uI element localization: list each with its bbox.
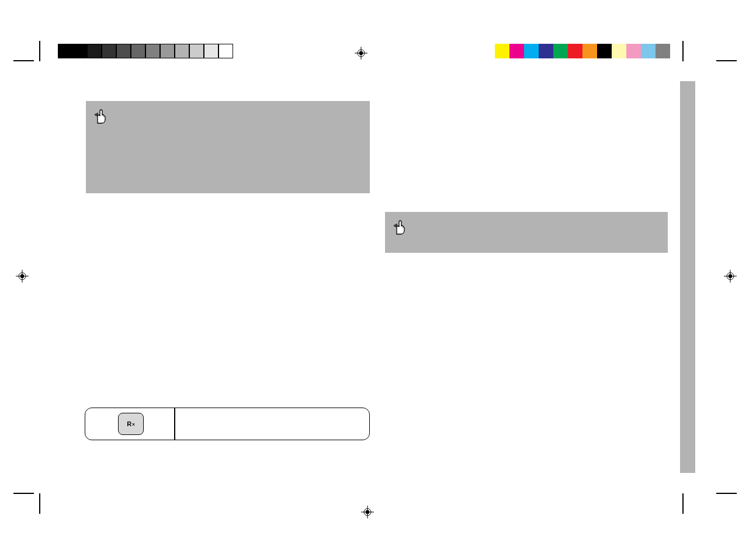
swatch-color-2 <box>524 44 539 58</box>
swatch-color-10 <box>641 44 656 58</box>
swatch-gray-8 <box>175 44 189 58</box>
swatch-color-6 <box>582 44 597 58</box>
pointing-hand-icon <box>94 108 107 124</box>
crop-mark <box>682 41 684 61</box>
crop-mark <box>39 493 40 514</box>
crop-mark <box>13 60 34 61</box>
registration-mark-icon <box>361 506 374 518</box>
divider <box>174 408 175 440</box>
swatch-color-0 <box>495 44 509 58</box>
swatch-color-4 <box>553 44 568 58</box>
instruction-key-row: Rx <box>85 408 370 440</box>
registration-mark-icon <box>355 47 367 60</box>
swatch-gray-3 <box>102 44 116 58</box>
note-box <box>385 212 668 253</box>
swatch-gray-2 <box>87 44 102 58</box>
swatch-gray-4 <box>116 44 131 58</box>
swatch-gray-10 <box>204 44 219 58</box>
swatch-gray-1 <box>72 44 87 58</box>
crop-mark <box>39 41 40 61</box>
color-calibration-strip <box>495 44 670 58</box>
crop-mark <box>716 60 737 61</box>
key-label-main: R <box>127 420 131 427</box>
registration-mark-icon <box>16 270 29 283</box>
crop-mark <box>716 493 737 494</box>
swatch-gray-11 <box>219 44 233 58</box>
page-edge-tab <box>680 81 695 473</box>
swatch-color-9 <box>626 44 641 58</box>
key-label-sub: x <box>132 422 134 427</box>
swatch-color-11 <box>656 44 670 58</box>
swatch-color-1 <box>509 44 524 58</box>
registration-mark-icon <box>724 270 737 283</box>
swatch-gray-0 <box>58 44 72 58</box>
swatch-color-5 <box>568 44 582 58</box>
rx-key-icon: Rx <box>118 413 144 435</box>
swatch-gray-5 <box>131 44 145 58</box>
crop-mark <box>13 493 34 494</box>
swatch-color-7 <box>597 44 612 58</box>
note-box <box>86 101 370 193</box>
swatch-gray-9 <box>189 44 204 58</box>
pointing-hand-icon <box>393 219 406 235</box>
crop-mark <box>682 493 684 514</box>
swatch-gray-7 <box>160 44 175 58</box>
swatch-gray-6 <box>145 44 160 58</box>
grayscale-calibration-strip <box>58 44 233 58</box>
swatch-color-8 <box>612 44 626 58</box>
swatch-color-3 <box>539 44 553 58</box>
